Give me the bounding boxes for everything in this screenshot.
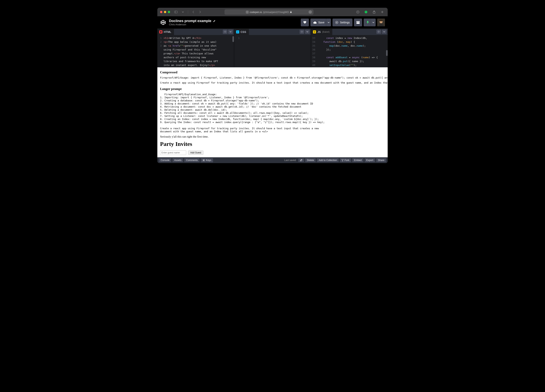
svg-point-28 [225,31,225,32]
extension-icon[interactable] [363,10,369,14]
css-tab-label: CSS [241,30,246,33]
save-dropdown[interactable] [326,18,331,26]
like-button[interactable] [301,18,309,26]
svg-line-20 [336,23,336,24]
js-collapse-icon[interactable] [382,30,386,34]
svg-rect-24 [359,21,359,22]
svg-rect-23 [358,21,359,22]
css-collapse-icon[interactable] [305,30,310,34]
css-editor[interactable]: 1 [234,35,311,67]
longer-block: Fireproof/API/Explanation_and_Usage: 1. … [160,93,385,133]
party-invites-heading: Party Invites [160,141,385,147]
compressed-line-1: Fireproof/API/Usage: import { Fireproof,… [160,76,385,79]
edit-title-icon[interactable] [213,20,216,22]
html-code: <h1>Written by GPT 4</h1> <p>The app bel… [163,35,234,67]
js-lang-icon [313,30,316,33]
export-button[interactable]: Export [365,158,375,162]
minimize-window-button[interactable] [164,11,166,13]
open-external-button[interactable] [298,159,304,162]
address-bar[interactable]: codepen.io/jchrisa/pen/zYmogWO ··· [224,9,314,15]
svg-point-8 [365,11,367,13]
scrollbar-thumb[interactable] [232,36,234,42]
maximize-window-button[interactable] [168,11,170,13]
share-button[interactable]: Share [376,158,386,162]
scrollbar-thumb[interactable] [386,50,388,56]
svg-line-19 [338,23,338,24]
codepen-logo-icon[interactable] [160,19,166,25]
js-editor[interactable]: 33 34 35 36 37 38 39 40 const index = ne… [311,35,388,67]
svg-point-33 [302,31,302,32]
html-tab[interactable]: HTML [157,29,174,35]
guest-name-input[interactable] [160,150,186,155]
pin-dropdown[interactable] [371,18,376,26]
compressed-line-2: Create a react app using Fireproof for t… [160,81,385,84]
browser-toolbar: codepen.io/jchrisa/pen/zYmogWO ··· [157,8,388,16]
console-button[interactable]: Console [159,158,171,162]
js-settings-icon[interactable] [376,30,381,34]
css-panel: CSS 1 [234,29,311,67]
close-window-button[interactable] [160,11,162,13]
last-saved-label: Last saved [284,159,296,162]
save-button[interactable]: Save [310,18,327,26]
new-tab-icon[interactable] [379,10,385,14]
editors-row: HTML 1 2 3 <h1>Written by GPT 4</h1> <p>… [157,29,388,67]
svg-rect-25 [357,22,359,24]
embed-button[interactable]: Embed [352,158,364,162]
site-settings-icon [246,11,248,13]
html-panel: HTML 1 2 3 <h1>Written by GPT 4</h1> <p>… [157,29,234,67]
html-lang-icon [159,30,162,33]
js-tab-sublabel: (Babel) [322,31,330,33]
preview-pane[interactable]: Compressed Fireproof/API/Usage: import {… [157,67,388,157]
user-avatar[interactable] [377,18,385,26]
fork-icon [342,159,344,161]
settings-label: Settings [340,21,350,24]
svg-line-21 [338,21,338,22]
html-collapse-icon[interactable] [228,30,233,34]
assets-button[interactable]: Assets [173,158,183,162]
command-icon: ⌘ [202,159,205,162]
svg-point-46 [343,159,343,160]
js-code: const index = new Index(db, function (do… [316,35,388,67]
lock-icon [290,11,292,13]
html-editor[interactable]: 1 2 3 <h1>Written by GPT 4</h1> <p>The a… [157,35,234,67]
url-path: /jchrisa/pen/zYmogWO [263,11,289,13]
svg-line-18 [336,21,336,22]
css-settings-icon[interactable] [300,30,304,34]
html-settings-icon[interactable] [223,30,227,34]
sidebar-toggle-icon[interactable] [173,10,179,14]
pen-author[interactable]: Chris Anderson [169,23,216,26]
heading-longer: Longer prompt [160,87,385,91]
svg-point-47 [342,161,343,161]
svg-point-39 [314,32,315,32]
fork-button[interactable]: Fork [340,158,351,162]
css-lang-icon [236,30,239,33]
js-tab[interactable]: JS (Babel) [311,29,332,35]
gear-icon [335,21,338,24]
js-gutter: 33 34 35 36 37 38 39 40 [311,35,316,67]
html-tab-label: HTML [164,30,171,33]
forward-button[interactable] [198,10,203,14]
app-window: codepen.io/jchrisa/pen/zYmogWO ··· [157,8,388,163]
comments-button[interactable]: Comments [184,158,199,162]
css-gutter: 1 [234,35,240,67]
css-tab[interactable]: CSS [234,29,249,35]
add-collection-button[interactable]: Add to Collection [317,158,339,162]
reader-menu-icon[interactable]: ··· [309,10,312,14]
downloads-icon[interactable] [355,10,360,14]
delete-button[interactable]: Delete [305,158,316,162]
share-icon[interactable] [372,10,377,14]
js-tab-label: JS [317,30,321,33]
css-code [240,35,311,67]
tabs-dropdown-icon[interactable] [180,10,186,14]
settings-button[interactable]: Settings [333,18,353,26]
pen-title[interactable]: Doclines prompt example [169,19,211,23]
window-controls [160,11,170,13]
back-button[interactable] [191,10,196,14]
shortcuts-button[interactable]: ⌘Keys [201,158,213,162]
save-label: Save [318,21,324,24]
layout-button[interactable] [354,18,362,26]
add-guest-button[interactable]: Add Guest [188,151,203,155]
cloud-icon [313,21,317,24]
svg-point-45 [342,159,342,160]
svg-point-40 [378,31,379,32]
